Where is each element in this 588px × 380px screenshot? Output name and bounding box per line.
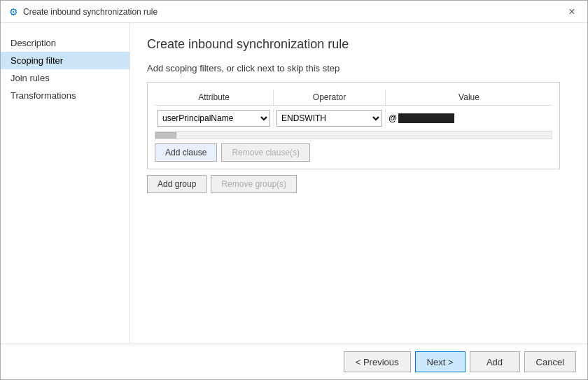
titlebar: ⚙ Create inbound synchronization rule ×	[1, 1, 587, 23]
operator-select[interactable]: ENDSWITH	[276, 110, 382, 127]
add-button[interactable]: Add	[470, 351, 520, 372]
remove-clause-button[interactable]: Remove clause(s)	[221, 143, 310, 162]
filter-cell-value: @	[386, 112, 552, 125]
window-icon: ⚙	[8, 6, 19, 17]
titlebar-title: Create inbound synchronization rule	[23, 7, 158, 17]
cancel-button[interactable]: Cancel	[524, 351, 576, 372]
scrollbar-thumb[interactable]	[155, 132, 176, 139]
page-title: Create inbound synchronization rule	[147, 37, 570, 52]
main-content: Create inbound synchronization rule Add …	[130, 23, 587, 344]
add-clause-button[interactable]: Add clause	[155, 143, 217, 162]
sidebar-item-transformations[interactable]: Transformations	[1, 87, 130, 104]
value-redacted	[398, 113, 454, 123]
sidebar-item-scoping-filter[interactable]: Scoping filter	[1, 52, 130, 69]
instruction-text: Add scoping filters, or click next to sk…	[147, 63, 570, 73]
remove-group-button[interactable]: Remove group(s)	[211, 175, 297, 193]
close-button[interactable]: ×	[564, 3, 580, 20]
main-window: ⚙ Create inbound synchronization rule × …	[0, 0, 588, 380]
previous-button[interactable]: < Previous	[344, 351, 411, 372]
filter-box: Attribute Operator Value userPrincipalNa…	[147, 82, 560, 169]
filter-table-header: Attribute Operator Value	[155, 90, 552, 106]
sidebar: Description Scoping filter Join rules Tr…	[1, 23, 130, 344]
filter-row: userPrincipalName ENDSWITH @	[155, 108, 552, 128]
attribute-select[interactable]: userPrincipalName	[158, 110, 270, 127]
col-header-operator: Operator	[274, 90, 386, 105]
group-buttons: Add group Remove group(s)	[147, 175, 570, 193]
col-header-value: Value	[386, 90, 552, 105]
clause-buttons: Add clause Remove clause(s)	[155, 143, 552, 162]
col-header-attribute: Attribute	[155, 90, 274, 105]
filter-cell-operator: ENDSWITH	[274, 108, 386, 128]
sidebar-item-description[interactable]: Description	[1, 34, 130, 52]
horizontal-scrollbar[interactable]	[155, 131, 552, 139]
next-button[interactable]: Next >	[415, 351, 465, 372]
filter-cell-attribute: userPrincipalName	[155, 108, 274, 128]
add-group-button[interactable]: Add group	[147, 175, 206, 193]
titlebar-left: ⚙ Create inbound synchronization rule	[8, 6, 158, 17]
value-prefix: @	[388, 113, 397, 123]
sidebar-item-join-rules[interactable]: Join rules	[1, 69, 130, 87]
footer: < Previous Next > Add Cancel	[1, 344, 587, 379]
content-area: Description Scoping filter Join rules Tr…	[1, 23, 587, 344]
